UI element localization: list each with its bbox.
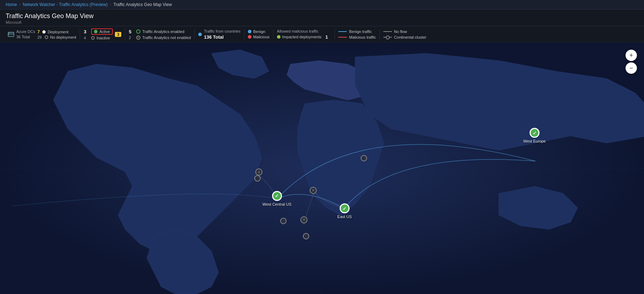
continental-cluster-line-icon [383,37,392,38]
active-dot [94,30,98,33]
ta-enabled-icon [136,29,140,34]
west-europe-pin-circle: ✓ [529,128,539,138]
breadcrumb-sep2: › [110,2,111,7]
azure-dc-icon [8,31,14,38]
legend-lines-section: Benign traffic Malicious traffic [335,29,380,39]
active-inactive-section: 3 Active 4 Inactive 3 [80,28,125,40]
x1-pin-circle: ✕ [255,168,262,176]
east-us-label: East US [337,215,351,219]
deployment-radio-group: 7 Deployment 29 No deployment [37,29,76,39]
no-flow-label: No flow [394,29,407,34]
east-us-pin-circle: ✓ [340,204,350,213]
x1-mark: ✕ [257,170,260,174]
map-pin-gray2[interactable] [361,155,367,161]
breadcrumb-current: Traffic Analytics Geo Map View [113,2,172,7]
benign-traffic-legend: Benign traffic [338,29,376,34]
map-pin-gray4[interactable] [303,233,309,239]
no-flow-legend: No flow [383,29,426,34]
azure-dcs-label: Azure DCs [16,29,35,34]
x3-mark: ✕ [302,218,305,222]
benign-malicious-group: Benign Malicious [248,29,270,39]
impacted-item: Impacted deployments 1 [277,34,331,40]
ta-enabled-label: Traffic Analytics enabled [142,29,184,34]
active-number-badge: 3 [115,32,121,37]
no-flow-cluster-section: No flow Continental cluster [380,29,430,39]
west-europe-checkmark: ✓ [533,130,537,135]
no-deployment-radio: 29 No deployment [37,35,76,39]
map-pin-gray1[interactable] [254,175,261,182]
inactive-label: Inactive [96,36,110,40]
breadcrumb-home[interactable]: Home [6,2,17,7]
map-pin-gray3[interactable] [280,218,287,224]
ta-enabled-count: 5 [129,29,134,34]
benign-label: Benign [253,29,265,34]
zoom-in-button[interactable]: + [626,50,637,61]
map-container[interactable]: ✓ West Central US ✓ East US ✓ West Europ… [0,43,644,294]
map-pin-x1[interactable]: ✕ [255,168,262,176]
benign-line-icon [338,31,347,32]
malicious-dot [248,35,251,39]
zoom-controls: + − [626,50,637,74]
no-deployment-label: No deployment [50,35,76,39]
benign-malicious-section: Benign Malicious [244,29,273,39]
allowed-malicious-label: Allowed malicious traffic [277,29,331,33]
impacted-label: Impacted deployments [282,35,322,39]
azure-dcs-labels: Azure DCs 36 Total [16,29,35,39]
ta-enabled-item: 5 Traffic Analytics enabled [129,29,191,34]
traffic-analytics-group: 5 Traffic Analytics enabled 2 ✕ Traffic … [129,29,191,40]
breadcrumb-network-watcher[interactable]: Network Watcher - Traffic Analytics (Pre… [23,2,107,7]
west-central-us-checkmark: ✓ [275,193,279,199]
toolbar: Azure DCs 36 Total 7 Deployment 29 No de… [0,26,644,43]
ta-not-enabled-icon: ✕ [136,35,140,40]
continental-cluster-legend: Continental cluster [383,35,426,39]
active-count: 3 [84,29,89,34]
map-pin-x3[interactable]: ✕ [300,216,307,223]
breadcrumb-sep1: › [19,2,21,7]
gray2-pin-circle [361,155,367,161]
zoom-out-button[interactable]: − [626,62,637,74]
impacted-count: 1 [325,34,331,40]
map-pin-east-us[interactable]: ✓ East US [337,204,351,219]
allowed-malicious-section: Allowed malicious traffic Impacted deplo… [273,29,335,40]
active-label: Active [99,29,110,34]
benign-dot [248,30,251,33]
allowed-malicious-group: Allowed malicious traffic Impacted deplo… [277,29,331,40]
benign-traffic-label: Benign traffic [349,29,372,34]
west-central-us-label: West Central US [262,202,292,206]
x3-pin-circle: ✕ [300,216,307,223]
line-legend-group: Benign traffic Malicious traffic [338,29,376,39]
malicious-traffic-legend: Malicious traffic [338,35,376,39]
countries-label: Traffic from countries [204,29,240,33]
west-central-us-pin-circle: ✓ [272,191,282,201]
malicious-label: Malicious [253,35,270,39]
no-flow-legend-group: No flow Continental cluster [383,29,426,39]
malicious-line-icon [338,37,347,38]
active-item[interactable]: 3 Active [84,28,113,35]
gray3-pin-circle [280,218,287,224]
deployment-dot [42,30,46,34]
inactive-dot [91,36,95,40]
continental-cluster-label: Continental cluster [394,35,426,39]
map-pin-x2[interactable]: ✕ [310,187,317,194]
page-subtitle: Microsoft [6,20,638,24]
active-highlight-box: Active [91,28,113,35]
map-pin-west-central-us[interactable]: ✓ West Central US [262,191,292,206]
svg-point-5 [9,34,10,35]
deployment-label: Deployment [48,30,68,34]
breadcrumb: Home › Network Watcher - Traffic Analyti… [0,0,644,10]
ta-not-enabled-count: 2 [129,35,134,40]
deployment-count: 7 [37,29,40,34]
map-pin-west-europe[interactable]: ✓ West Europe [523,128,546,143]
ta-not-enabled-label: Traffic Analytics not enabled [142,35,191,40]
countries-dot [198,33,202,36]
deployment-radio: 7 Deployment [37,29,76,34]
inactive-count: 4 [84,36,89,40]
azure-dcs-total: 36 Total [16,35,35,39]
malicious-item: Malicious [248,35,270,39]
malicious-traffic-label: Malicious traffic [349,35,376,39]
svg-point-4 [9,33,10,34]
page-title: Traffic Analytics Geo Map View [6,12,638,20]
impacted-dot [277,35,281,39]
active-inactive-group: 3 Active 4 Inactive [84,28,113,40]
benign-item: Benign [248,29,270,34]
